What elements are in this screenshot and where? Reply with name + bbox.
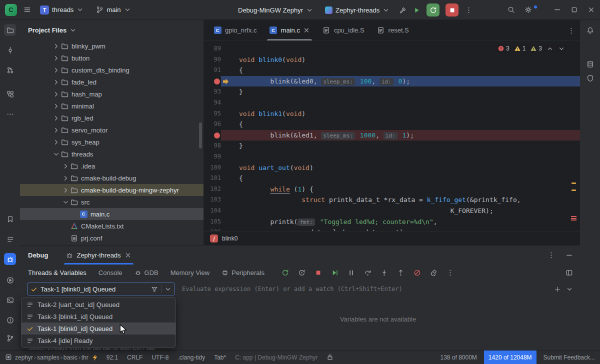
filter-icon[interactable]: [151, 286, 158, 292]
hide-panel-icon[interactable]: [565, 251, 573, 259]
scrollbar-error-mark[interactable]: [571, 216, 576, 220]
breadcrumb-item[interactable]: samples: [37, 354, 60, 361]
breakpoint-icon[interactable]: [214, 78, 220, 84]
code-line[interactable]: 105 printk(fmt: "Toggled led%d; counter=…: [204, 216, 580, 228]
rerun-button[interactable]: [426, 4, 440, 16]
tree-item[interactable]: cmake-build-debug: [20, 172, 204, 184]
layout-settings-icon[interactable]: [565, 268, 573, 276]
chevron-right-icon[interactable]: [62, 162, 70, 170]
caret-position[interactable]: 92:1: [106, 354, 118, 361]
minimize-icon[interactable]: [553, 6, 561, 14]
chevron-right-icon[interactable]: [52, 78, 60, 86]
bookmarks-tool-icon[interactable]: [4, 213, 16, 225]
code-line[interactable]: 100void uart_out(void): [204, 162, 580, 174]
tree-item[interactable]: button: [20, 52, 204, 64]
pause-icon[interactable]: [348, 268, 356, 276]
close-tab-icon[interactable]: [303, 27, 310, 34]
chevron-right-icon[interactable]: [52, 138, 60, 146]
debug-tab-console[interactable]: Console: [98, 269, 122, 276]
thread-dropdown-item[interactable]: Task-1 [blink0_id] Queued: [22, 322, 176, 334]
commit-tool-icon[interactable]: [4, 44, 16, 56]
editor-tab[interactable]: cpu_idle.S: [316, 20, 370, 40]
tree-item[interactable]: .idea: [20, 160, 204, 172]
mute-breakpoints-icon[interactable]: [414, 268, 422, 276]
branch-widget[interactable]: main: [92, 4, 134, 16]
structure-tool-icon[interactable]: [4, 88, 16, 100]
submit-feedback-link[interactable]: Submit Feedback...: [544, 354, 595, 361]
tree-item[interactable]: blinky_pwm: [20, 40, 204, 52]
debug-tab-gdb[interactable]: GDB: [134, 269, 158, 276]
code-line[interactable]: 102 while (1) {: [204, 184, 580, 195]
scrollbar-warning-mark[interactable]: [572, 190, 576, 191]
notifications-icon[interactable]: [584, 24, 596, 36]
code-line[interactable]: 99: [204, 152, 580, 162]
breadcrumb-item[interactable]: thr: [82, 354, 88, 361]
editor-tab[interactable]: reset.S: [370, 20, 415, 40]
debug-tool-icon[interactable]: [4, 253, 16, 265]
debug-tab-threads-variables[interactable]: Threads & Variables: [28, 269, 86, 276]
editor-tab[interactable]: Cgpio_nrfx.c: [207, 20, 263, 40]
project-scrollbar[interactable]: [199, 122, 202, 148]
chevron-down-icon[interactable]: [164, 286, 172, 292]
inspection-profile[interactable]: .clang-tidy: [178, 354, 205, 361]
code-line[interactable]: 90void blink0(void): [204, 54, 580, 66]
code-line[interactable]: 103 struct printk_data_t *rx_data = k_fi…: [204, 194, 580, 206]
status-breadcrumb[interactable]: zephyr›samples›basic›thr: [5, 354, 98, 361]
pane-divider[interactable]: [176, 298, 176, 350]
memory-indicator[interactable]: 138 of 8000M: [440, 354, 476, 361]
breadcrumb-item[interactable]: basic: [64, 354, 78, 361]
thread-dropdown-item[interactable]: Task-4 [idle] Ready: [22, 334, 176, 346]
chevron-down-icon[interactable]: [52, 150, 60, 158]
tree-item[interactable]: sys_heap: [20, 136, 204, 148]
chevron-right-icon[interactable]: [62, 174, 70, 182]
more-debug-actions-icon[interactable]: [446, 268, 454, 276]
maximize-icon[interactable]: [570, 6, 578, 14]
run-config-selector[interactable]: Debug-MinGW Zephyr: [235, 4, 316, 16]
tree-item[interactable]: CMakeLists.txt: [20, 220, 204, 232]
code-line[interactable]: blink(&led0, sleep_ms: 100, id: 0);: [204, 76, 580, 87]
tree-item[interactable]: Cmain.c: [20, 208, 204, 220]
line-separator[interactable]: CRLF: [127, 354, 142, 361]
resume-icon[interactable]: [331, 268, 339, 276]
thread-selector-combo[interactable]: Task-1 [blink0_id] Queued: [27, 282, 175, 296]
settings-gear-icon[interactable]: [524, 6, 532, 14]
close-icon[interactable]: [124, 252, 132, 258]
file-encoding[interactable]: UTF-8: [152, 354, 168, 361]
chevron-right-icon[interactable]: [52, 102, 60, 110]
debug-tab-memory-view[interactable]: Memory View: [170, 269, 210, 276]
prev-problem-icon[interactable]: [546, 45, 554, 52]
services-tool-icon[interactable]: [4, 274, 16, 286]
breadcrumb-item[interactable]: zephyr: [15, 354, 33, 361]
step-over-icon[interactable]: [364, 268, 372, 276]
indent-style[interactable]: Tab*: [214, 354, 226, 361]
thread-dropdown-item[interactable]: Task-3 [blink1_id] Queued: [22, 310, 176, 322]
code-line[interactable]: 94: [204, 98, 580, 108]
chevron-right-icon[interactable]: [52, 42, 60, 50]
project-tool-icon[interactable]: [4, 24, 16, 36]
database-tool-icon[interactable]: [584, 58, 596, 70]
rerun-debug-icon[interactable]: [282, 268, 290, 276]
stop-button[interactable]: [446, 4, 458, 16]
project-panel-header[interactable]: Project Files: [20, 20, 204, 40]
chevron-right-icon[interactable]: [52, 90, 60, 98]
chevron-right-icon[interactable]: [52, 54, 60, 62]
memory-indicator-2[interactable]: 1420 of 12048M: [484, 350, 536, 364]
shield-tool-icon[interactable]: [584, 72, 596, 84]
clear-icon[interactable]: [430, 268, 438, 276]
code-line[interactable]: 101{: [204, 173, 580, 184]
chevron-right-icon[interactable]: [62, 186, 70, 194]
more-actions-icon[interactable]: [464, 6, 472, 14]
tab-options-icon[interactable]: [567, 26, 575, 34]
stop-icon[interactable]: [314, 268, 322, 276]
tree-item[interactable]: hash_map: [20, 88, 204, 100]
tree-item[interactable]: cmake-build-debug-mingw-zephyr: [20, 184, 204, 196]
code-line[interactable]: 93}: [204, 86, 580, 98]
tree-item[interactable]: minimal: [20, 100, 204, 112]
chevron-right-icon[interactable]: [52, 66, 60, 74]
tree-item[interactable]: fade_led: [20, 76, 204, 88]
chevron-right-icon[interactable]: [52, 114, 60, 122]
code-line[interactable]: 104 K_FOREVER);: [204, 206, 580, 216]
terminal-tool-icon[interactable]: [4, 294, 16, 306]
code-editor[interactable]: 8990void blink0(void)91{ blink(&led0, sl…: [204, 41, 580, 231]
debug-options-icon[interactable]: [547, 251, 555, 259]
